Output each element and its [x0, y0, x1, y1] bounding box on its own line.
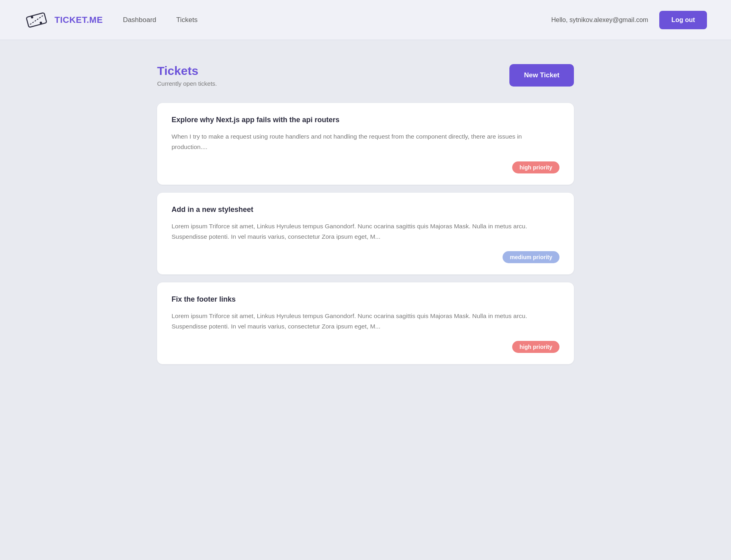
ticket-card[interactable]: Add in a new stylesheet Lorem ipsum Trif… — [157, 193, 574, 274]
priority-badge: high priority — [512, 341, 559, 353]
brand-name: TICKET.ME — [55, 15, 103, 25]
ticket-footer: high priority — [172, 341, 559, 353]
main-content: Tickets Currently open tickets. New Tick… — [145, 40, 586, 388]
ticket-title: Fix the footer links — [172, 295, 559, 304]
ticket-body: When I try to make a request using route… — [172, 131, 559, 152]
ticket-title: Add in a new stylesheet — [172, 205, 559, 214]
nav-dashboard[interactable]: Dashboard — [115, 13, 164, 27]
page-title: Tickets — [157, 64, 217, 78]
header: TICKET.ME Dashboard Tickets Hello, sytni… — [0, 0, 731, 40]
logout-button[interactable]: Log out — [659, 11, 707, 29]
priority-badge: high priority — [512, 161, 559, 173]
tickets-list: Explore why Next.js app fails with the a… — [157, 103, 574, 364]
greeting-text: Hello, sytnikov.alexey@gmail.com — [551, 16, 648, 24]
priority-badge: medium priority — [503, 251, 559, 263]
header-right: Hello, sytnikov.alexey@gmail.com Log out — [551, 11, 707, 29]
ticket-title: Explore why Next.js app fails with the a… — [172, 116, 559, 124]
ticket-card[interactable]: Explore why Next.js app fails with the a… — [157, 103, 574, 185]
ticket-body: Lorem ipsum Triforce sit amet, Linkus Hy… — [172, 221, 559, 242]
logo-area: TICKET.ME — [24, 8, 103, 32]
page-subtitle: Currently open tickets. — [157, 80, 217, 87]
ticket-footer: medium priority — [172, 251, 559, 263]
nav-tickets[interactable]: Tickets — [168, 13, 206, 27]
svg-rect-0 — [26, 12, 46, 27]
svg-point-3 — [40, 22, 42, 24]
ticket-body: Lorem ipsum Triforce sit amet, Linkus Hy… — [172, 311, 559, 331]
svg-point-2 — [31, 16, 33, 18]
page-header: Tickets Currently open tickets. New Tick… — [157, 64, 574, 87]
page-title-area: Tickets Currently open tickets. — [157, 64, 217, 87]
ticket-footer: high priority — [172, 161, 559, 173]
new-ticket-button[interactable]: New Ticket — [509, 64, 574, 87]
ticket-card[interactable]: Fix the footer links Lorem ipsum Triforc… — [157, 282, 574, 364]
main-nav: Dashboard Tickets — [115, 13, 551, 27]
ticket-logo-icon — [24, 8, 49, 32]
